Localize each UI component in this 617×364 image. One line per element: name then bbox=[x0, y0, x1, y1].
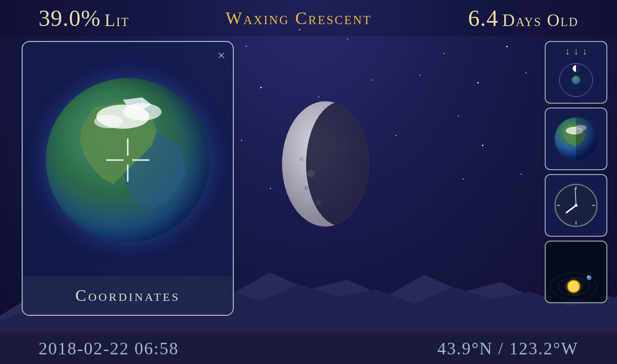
svg-point-8 bbox=[307, 170, 315, 177]
svg-point-24 bbox=[575, 204, 577, 207]
arrow-1: ↓ bbox=[565, 46, 570, 57]
phase-diagram bbox=[557, 61, 595, 99]
coordinates-card: × bbox=[22, 41, 234, 316]
crosshair-h-right bbox=[132, 160, 149, 161]
moon-position-dot bbox=[573, 65, 579, 72]
earth-globe bbox=[46, 78, 210, 242]
clock-svg bbox=[554, 184, 598, 227]
lit-section: 39.0% Lit bbox=[39, 5, 130, 31]
solar-panel[interactable] bbox=[545, 241, 607, 303]
orbit-circle bbox=[559, 63, 593, 97]
svg-point-31 bbox=[566, 279, 581, 294]
star bbox=[463, 178, 464, 179]
star bbox=[477, 82, 479, 83]
lit-percent: 39.0% bbox=[39, 5, 101, 31]
card-label-bar: Coordinates bbox=[23, 276, 233, 315]
star bbox=[371, 80, 372, 81]
datetime-display: 2018-02-22 06:58 bbox=[39, 338, 179, 359]
phase-arrows: ↓ ↓ ↓ bbox=[565, 46, 587, 57]
earth-dot bbox=[572, 76, 580, 84]
crosshair-h-left bbox=[106, 160, 123, 161]
lit-label: Lit bbox=[105, 10, 130, 30]
header: 39.0% Lit Waxing Crescent 6.4 Days Old bbox=[0, 0, 617, 36]
star bbox=[241, 140, 242, 141]
moon bbox=[280, 96, 371, 231]
svg-point-10 bbox=[315, 200, 321, 205]
svg-point-3 bbox=[123, 103, 161, 121]
days-number: 6.4 bbox=[468, 5, 498, 31]
days-section: 6.4 Days Old bbox=[468, 5, 578, 31]
clock-panel[interactable] bbox=[545, 174, 607, 237]
arrow-2: ↓ bbox=[574, 46, 578, 57]
svg-point-33 bbox=[587, 276, 589, 278]
card-label-text: Coordinates bbox=[75, 286, 180, 305]
star bbox=[395, 135, 396, 136]
card-earth-view bbox=[23, 42, 233, 278]
moon-container bbox=[280, 96, 376, 241]
star bbox=[419, 75, 420, 76]
crosshair bbox=[106, 138, 149, 182]
star bbox=[506, 46, 508, 47]
arrow-3: ↓ bbox=[582, 46, 587, 57]
footer: 2018-02-22 06:58 43.9°N / 123.2°W bbox=[0, 333, 617, 364]
star bbox=[521, 174, 522, 175]
moon-phase-panel[interactable]: ↓ ↓ ↓ bbox=[545, 41, 607, 104]
phase-label: Waxing Crescent bbox=[226, 8, 372, 28]
svg-point-32 bbox=[587, 275, 591, 280]
close-button[interactable]: × bbox=[217, 48, 225, 63]
side-panels: ↓ ↓ ↓ bbox=[545, 41, 607, 303]
star bbox=[458, 116, 459, 117]
moon-svg bbox=[280, 96, 371, 231]
days-label: Days Old bbox=[502, 10, 578, 30]
crosshair-v-bottom bbox=[127, 164, 129, 182]
solar-system-svg bbox=[547, 243, 605, 301]
star bbox=[347, 39, 348, 40]
clock-face bbox=[554, 184, 598, 227]
crosshair-v-top bbox=[127, 138, 129, 156]
earth-globe-panel bbox=[554, 117, 598, 161]
star bbox=[443, 53, 444, 54]
svg-point-9 bbox=[304, 186, 308, 190]
earth-globe-svg bbox=[554, 117, 598, 161]
earth-panel[interactable] bbox=[545, 108, 607, 170]
svg-point-4 bbox=[94, 115, 123, 128]
star bbox=[270, 188, 271, 189]
star bbox=[482, 145, 483, 146]
star bbox=[260, 87, 262, 88]
star bbox=[246, 46, 247, 47]
coordinates-display: 43.9°N / 123.2°W bbox=[437, 338, 578, 359]
star bbox=[525, 72, 526, 73]
svg-point-11 bbox=[299, 157, 303, 161]
